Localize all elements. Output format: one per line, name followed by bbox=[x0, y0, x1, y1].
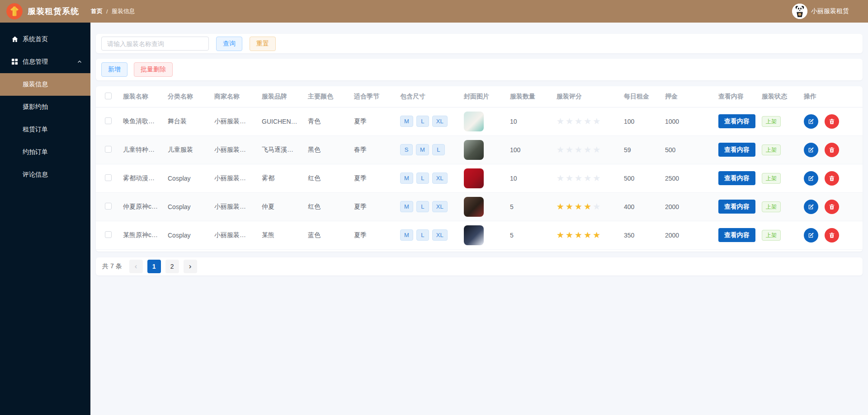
edit-icon bbox=[808, 147, 814, 153]
edit-icon bbox=[808, 118, 814, 125]
edit-button[interactable] bbox=[804, 143, 818, 157]
star-icon: ★ bbox=[584, 202, 591, 211]
cover-image[interactable] bbox=[464, 225, 484, 245]
view-content-button[interactable]: 查看内容 bbox=[718, 143, 755, 157]
merchant-name: 小丽服装… bbox=[214, 107, 262, 135]
cover-image[interactable] bbox=[464, 112, 484, 131]
select-all-checkbox[interactable] bbox=[105, 93, 112, 99]
cover-image[interactable] bbox=[464, 140, 484, 160]
sizes-group: MLXL bbox=[400, 116, 448, 127]
daily-rent: 350 bbox=[624, 221, 665, 249]
rating-stars: ★★★★★ bbox=[557, 174, 600, 182]
size-tag: XL bbox=[432, 173, 448, 184]
delete-button[interactable] bbox=[825, 114, 839, 129]
sidebar-item-clothing-info[interactable]: 服装信息 bbox=[0, 73, 90, 96]
user-name: 小丽服装租赁 bbox=[811, 7, 849, 15]
page-button-1[interactable]: 1 bbox=[147, 260, 161, 273]
quantity: 10 bbox=[510, 107, 557, 135]
row-checkbox[interactable] bbox=[105, 117, 112, 124]
sidebar-item-rental-orders[interactable]: 租赁订单 bbox=[0, 118, 90, 141]
quantity: 5 bbox=[510, 192, 557, 221]
query-button[interactable]: 查询 bbox=[216, 37, 242, 51]
sidebar: 系统首页 信息管理 服装信息 摄影约拍 租赁订单 约拍订单 评论信息 bbox=[0, 23, 90, 415]
breadcrumb: 首页 / 服装信息 bbox=[91, 7, 135, 15]
cover-image[interactable] bbox=[464, 168, 484, 188]
sidebar-item-label: 约拍订单 bbox=[23, 148, 48, 156]
top-header: 服装租赁系统 首页 / 服装信息 小丽服装租赁 bbox=[0, 0, 868, 23]
row-checkbox[interactable] bbox=[105, 231, 112, 238]
trash-icon bbox=[829, 232, 835, 238]
view-content-button[interactable]: 查看内容 bbox=[718, 114, 755, 128]
sidebar-item-comments[interactable]: 评论信息 bbox=[0, 163, 90, 186]
season: 夏季 bbox=[354, 192, 400, 221]
size-tag: M bbox=[400, 116, 413, 127]
batch-delete-button[interactable]: 批量删除 bbox=[134, 62, 173, 77]
sidebar-item-label: 系统首页 bbox=[23, 35, 48, 43]
column-header: 服装评分 bbox=[557, 86, 624, 107]
sidebar-item-booking-orders[interactable]: 约拍订单 bbox=[0, 141, 90, 163]
category-name: 舞台装 bbox=[168, 107, 214, 135]
search-input[interactable] bbox=[101, 37, 209, 51]
table-body: 唤鱼清歌… 舞台装 小丽服装… GUICHEN… 青色 夏季 MLXL 10 ★… bbox=[96, 107, 863, 249]
daily-rent: 59 bbox=[624, 135, 665, 164]
edit-button[interactable] bbox=[804, 228, 818, 242]
reset-button[interactable]: 重置 bbox=[250, 37, 276, 51]
pagination: 共 7 条 ‹ 12 › bbox=[96, 257, 863, 275]
column-header: 封面图片 bbox=[464, 86, 510, 107]
prev-page-button[interactable]: ‹ bbox=[129, 260, 143, 273]
status-tag: 上架 bbox=[762, 116, 781, 127]
size-tag: XL bbox=[432, 229, 448, 241]
deposit: 500 bbox=[665, 135, 718, 164]
season: 夏季 bbox=[354, 164, 400, 192]
deposit: 2000 bbox=[665, 221, 718, 249]
rating-stars: ★★★★★ bbox=[557, 202, 600, 211]
clothing-name: 唤鱼清歌… bbox=[123, 107, 168, 135]
add-button[interactable]: 新增 bbox=[101, 62, 127, 77]
edit-button[interactable] bbox=[804, 114, 818, 129]
main-content: 查询 重置 新增 批量删除 服装名称 分类名称 商家名称 服装品牌 主要颜色 bbox=[90, 23, 868, 415]
brand-name: 飞马逐溪… bbox=[262, 135, 308, 164]
edit-button[interactable] bbox=[804, 171, 818, 186]
size-tag: M bbox=[400, 229, 413, 241]
view-content-button[interactable]: 查看内容 bbox=[718, 171, 755, 185]
view-content-button[interactable]: 查看内容 bbox=[718, 200, 755, 214]
user-menu[interactable]: 小丽服装租赁 bbox=[792, 4, 858, 19]
column-header: 适合季节 bbox=[354, 86, 400, 107]
sidebar-item-info-management[interactable]: 信息管理 bbox=[0, 51, 90, 73]
row-checkbox[interactable] bbox=[105, 174, 112, 181]
row-checkbox[interactable] bbox=[105, 146, 112, 153]
star-icon: ★ bbox=[584, 174, 591, 182]
delete-button[interactable] bbox=[825, 143, 839, 157]
sidebar-item-photo-booking[interactable]: 摄影约拍 bbox=[0, 96, 90, 118]
next-page-button[interactable]: › bbox=[184, 260, 197, 273]
delete-button[interactable] bbox=[825, 200, 839, 214]
category-name: 儿童服装 bbox=[168, 135, 214, 164]
main-color: 青色 bbox=[308, 107, 354, 135]
cover-image[interactable] bbox=[464, 197, 484, 217]
star-icon: ★ bbox=[557, 202, 564, 211]
season: 夏季 bbox=[354, 221, 400, 249]
star-icon: ★ bbox=[575, 174, 582, 182]
column-header: 服装品牌 bbox=[262, 86, 308, 107]
page-button-2[interactable]: 2 bbox=[165, 260, 179, 273]
star-icon: ★ bbox=[566, 117, 573, 126]
size-tag: M bbox=[400, 201, 413, 212]
delete-button[interactable] bbox=[825, 228, 839, 242]
view-content-button[interactable]: 查看内容 bbox=[718, 228, 755, 242]
size-tag: L bbox=[416, 116, 429, 127]
user-avatar bbox=[792, 4, 807, 19]
star-icon: ★ bbox=[566, 202, 573, 211]
row-checkbox[interactable] bbox=[105, 203, 112, 210]
star-icon: ★ bbox=[584, 117, 591, 126]
delete-button[interactable] bbox=[825, 171, 839, 186]
chevron-up-icon bbox=[77, 59, 82, 66]
app-logo-icon bbox=[6, 3, 23, 19]
sidebar-item-system-home[interactable]: 系统首页 bbox=[0, 28, 90, 51]
size-tag: L bbox=[416, 201, 429, 212]
merchant-name: 小丽服装… bbox=[214, 164, 262, 192]
star-icon: ★ bbox=[557, 231, 564, 239]
edit-button[interactable] bbox=[804, 200, 818, 214]
breadcrumb-home[interactable]: 首页 bbox=[91, 7, 103, 15]
merchant-name: 小丽服装… bbox=[214, 192, 262, 221]
star-icon: ★ bbox=[584, 145, 591, 154]
